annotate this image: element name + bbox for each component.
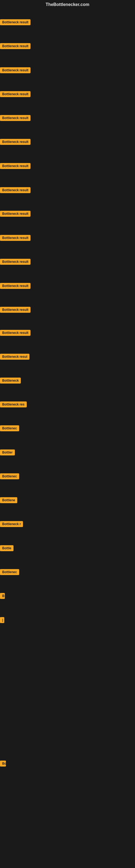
bottleneck-result-item[interactable]: Bottleneck result xyxy=(0,139,31,146)
bottleneck-badge: Bottleneck result xyxy=(0,330,31,336)
bottleneck-badge: Bottleneck r xyxy=(0,521,23,527)
bottleneck-badge: Bottlenec xyxy=(0,473,19,479)
bottleneck-result-item[interactable]: Bottleneck result xyxy=(0,235,31,242)
bottleneck-result-item[interactable]: Bottleneck result xyxy=(0,330,31,337)
bottleneck-result-item[interactable]: Bottlene xyxy=(0,497,17,504)
bottleneck-badge: | xyxy=(0,617,4,623)
bottleneck-result-item[interactable]: Bottleneck result xyxy=(0,91,31,98)
bottleneck-badge: Bottleneck resul xyxy=(0,354,30,360)
bottleneck-badge: Bottleneck result xyxy=(0,115,31,121)
bottleneck-result-item[interactable]: B xyxy=(0,593,5,600)
bottleneck-badge: Bottleneck result xyxy=(0,67,31,73)
bottleneck-result-item[interactable]: Bottle xyxy=(0,545,13,552)
bottleneck-badge: B xyxy=(0,593,5,599)
bottleneck-badge: Bottleneck result xyxy=(0,19,31,25)
bottleneck-result-item[interactable]: Bottleneck result xyxy=(0,163,31,170)
bottleneck-result-item[interactable]: Bottlenec xyxy=(0,473,19,480)
bottleneck-result-item[interactable]: Bottleneck result xyxy=(0,43,31,50)
bottleneck-result-item[interactable]: Bottleneck r xyxy=(0,521,23,528)
bottleneck-badge: Bottlenec xyxy=(0,425,19,431)
bottleneck-result-item[interactable]: Bottleneck xyxy=(0,378,21,384)
bottleneck-badge: Bo xyxy=(0,761,6,767)
bottleneck-badge: Bottleneck result xyxy=(0,283,31,289)
bottleneck-badge: Bottleneck xyxy=(0,378,21,383)
bottleneck-result-item[interactable]: Bottleneck res xyxy=(0,401,27,408)
bottleneck-badge: Bottleneck result xyxy=(0,91,31,97)
bottleneck-badge: Bottleneck result xyxy=(0,235,31,241)
bottleneck-result-item[interactable]: Bottler xyxy=(0,450,15,457)
bottleneck-badge: Bottleneck result xyxy=(0,187,31,193)
bottleneck-result-item[interactable]: Bottleneck result xyxy=(0,283,31,290)
bottleneck-result-item[interactable]: | xyxy=(0,617,4,624)
bottleneck-badge: Bottleneck result xyxy=(0,307,31,313)
bottleneck-badge: Bottlene xyxy=(0,497,17,503)
bottleneck-badge: Bottleneck result xyxy=(0,163,31,169)
bottleneck-result-item[interactable]: Bo xyxy=(0,761,6,768)
bottleneck-badge: Bottleneck result xyxy=(0,211,31,217)
bottleneck-result-item[interactable]: Bottleneck result xyxy=(0,211,31,218)
bottleneck-result-item[interactable]: Bottleneck result xyxy=(0,307,31,314)
bottleneck-result-item[interactable]: Bottleneck result xyxy=(0,67,31,74)
bottleneck-result-item[interactable]: Bottleneck result xyxy=(0,187,31,194)
site-title: TheBottlenecker.com xyxy=(0,0,135,9)
bottleneck-badge: Bottlenec xyxy=(0,569,19,575)
bottleneck-badge: Bottleneck result xyxy=(0,139,31,145)
bottleneck-badge: Bottler xyxy=(0,450,15,456)
bottleneck-result-item[interactable]: Bottlenec xyxy=(0,569,19,576)
bottleneck-result-item[interactable]: Bottleneck result xyxy=(0,259,31,266)
bottleneck-badge: Bottleneck result xyxy=(0,43,31,49)
bottleneck-badge: Bottleneck res xyxy=(0,401,27,407)
bottleneck-result-item[interactable]: Bottlenec xyxy=(0,425,19,432)
bottleneck-result-item[interactable]: Bottleneck result xyxy=(0,115,31,122)
bottleneck-result-item[interactable]: Bottleneck resul xyxy=(0,354,30,361)
bottleneck-badge: Bottle xyxy=(0,545,13,551)
bottleneck-badge: Bottleneck result xyxy=(0,259,31,265)
bottleneck-result-item[interactable]: Bottleneck result xyxy=(0,19,31,26)
